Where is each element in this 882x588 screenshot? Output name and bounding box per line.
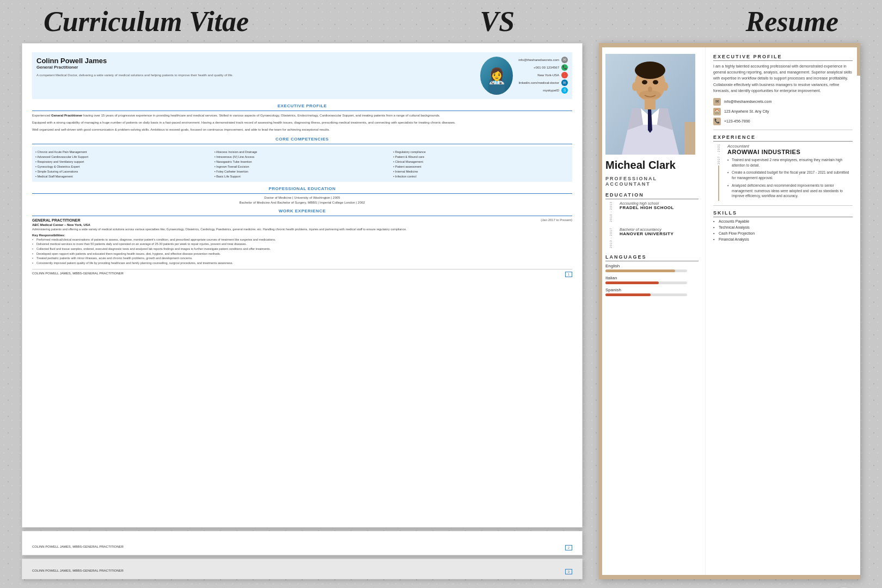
- resume-left-col: Micheal Clark PROFESSIONAL ACCOUNTANT ED…: [599, 47, 705, 579]
- cv-photo: [480, 57, 513, 95]
- resume-page: Micheal Clark PROFESSIONAL ACCOUNTANT ED…: [599, 43, 860, 579]
- cv-page-num-3: 3: [565, 569, 572, 574]
- exp-bullet-2: Create a consolidated budget for the fis…: [727, 170, 853, 181]
- cv-work-header: GENERAL PRACTITIONER (Jan 2017 to Presen…: [32, 218, 572, 222]
- competency-1: Chronic and Acute Pain Management: [35, 150, 211, 154]
- exp-role: Accountant: [727, 144, 853, 149]
- exp-bullet-1: Trained and supervised 2 new employees, …: [727, 157, 853, 168]
- exp-bullet-3: Analyzed deficiencies and recommended im…: [727, 183, 853, 199]
- resume-bottom-accent: [599, 575, 860, 579]
- vs-text: VS: [480, 5, 515, 38]
- cv-resp-6: Consistently improved patient quality of…: [32, 261, 572, 266]
- cv-resp-4: Developed open rapport with patients and…: [32, 252, 572, 256]
- exp-year: 2017 - 2021: [717, 144, 720, 164]
- linkedin-text: linkedin.com/medical-doctor: [519, 80, 559, 86]
- svg-point-9: [653, 80, 658, 84]
- cv-divider-2: [32, 144, 572, 144]
- cv-work-date: (Jan 2017 to Present): [541, 218, 572, 222]
- cv-resp-5: Treated pediatric patients with minor il…: [32, 256, 572, 261]
- resume-exec-profile-text: I am a highly talented accounting profes…: [713, 63, 853, 94]
- edu-school-1: FRADEL HIGH SCHOOL: [620, 205, 699, 210]
- svg-point-3: [635, 62, 665, 79]
- edu-timeline-2: 2013 - 2017 Bachelor of accountancy HANO…: [605, 228, 699, 249]
- resume-section: Micheal Clark PROFESSIONAL ACCOUNTANT ED…: [599, 43, 860, 579]
- competency-8: Nasogastric Tube Insertion: [215, 160, 390, 164]
- edu-degree-1: Accounting high school: [620, 201, 699, 205]
- competency-9: Clinical Management: [393, 160, 569, 164]
- resume-divider-2: [713, 205, 853, 206]
- svg-rect-5: [645, 99, 656, 109]
- edu-year-2: 2013 - 2017: [609, 228, 612, 248]
- resume-job-label: PROFESSIONAL: [605, 176, 699, 181]
- cv-name: Colinn Powell James: [36, 57, 475, 65]
- exp-year-col: 2017 - 2021: [713, 144, 724, 201]
- cv-page-num-1: 1: [565, 272, 572, 277]
- resume-education-header: EDUCATION: [605, 192, 699, 199]
- competency-15: Internal Medicine: [393, 169, 569, 174]
- resume-address-icon: 🏠: [713, 108, 721, 115]
- page-header: Curriculum Vitae VS Resume: [0, 0, 882, 43]
- cv-edu-2: Bachelor of Medicine And Bachelor of Sur…: [32, 201, 572, 204]
- resume-experience-title: EXPERIENCE: [713, 134, 853, 142]
- competency-18: Infection control: [393, 174, 569, 179]
- cv-contact: info@thesharedsecrets.com ✉ +001 00 1234…: [518, 57, 568, 95]
- cv-footer-name-3: COLINN POWELL JAMES, MBBS-GENERAL PRACTI…: [32, 569, 124, 574]
- cv-linkedin: linkedin.com/medical-doctor in: [518, 79, 568, 86]
- svg-point-10: [648, 87, 652, 92]
- cv-footer-2: COLINN POWELL JAMES, MBBS-GENERAL PRACTI…: [32, 545, 572, 550]
- cv-divider-1: [32, 111, 572, 111]
- phone-text: +001 00 1234567: [534, 65, 559, 71]
- resume-right-accent: [857, 43, 860, 76]
- cv-work-job-title: GENERAL PRACTITIONER: [32, 218, 81, 222]
- linkedin-icon: in: [561, 79, 568, 86]
- cv-divider-4: [32, 216, 572, 216]
- resume-exec-profile-title: EXECUTIVE PROFILE: [713, 54, 853, 61]
- competency-4: Advanced Cardiovascular Life Support: [35, 155, 211, 159]
- cv-header: Colinn Powell James General Practitioner…: [32, 52, 572, 99]
- resume-photo: [605, 54, 695, 155]
- cv-exec-profile-title: EXECUTIVE PROFILE: [32, 103, 572, 108]
- competency-5: Intravenous (IV) Line Access: [215, 155, 390, 159]
- competency-7: Respiratory and Ventilatory support: [35, 160, 211, 164]
- exp-company: AROWWAI INDUSTRIES: [727, 149, 853, 155]
- cv-footer-name-1: COLINN POWELL JAMES, MBBS-GENERAL PRACTI…: [32, 272, 124, 277]
- lang-spanish: Spanish: [605, 287, 699, 296]
- cv-divider-3: [32, 193, 572, 194]
- resume-skills-title: SKILLS: [713, 210, 853, 217]
- cv-exec-text-1: Experienced General Practitioner having …: [32, 113, 572, 118]
- location-text: New York-USA: [537, 72, 559, 78]
- cv-work-company: ABC Medical Center – New York, USA: [32, 223, 572, 226]
- edu-year-1: 2010 - 2013: [609, 201, 612, 222]
- cv-edu-1: Doctor of Medicine | University of Washi…: [32, 196, 572, 199]
- resume-name: Micheal Clark: [605, 159, 699, 171]
- resume-right-col: EXECUTIVE PROFILE I am a highly talented…: [705, 47, 860, 579]
- resume-photo-container: [605, 54, 695, 155]
- competency-11: Ingrown Toenail Excision: [215, 164, 390, 169]
- cv-work-title: WORK EXPERIENCE: [32, 209, 572, 213]
- cv-title: Curriculum Vitae: [44, 5, 249, 38]
- competency-3: Regulatory compliance: [393, 150, 569, 154]
- lang-italian: Italian: [605, 275, 699, 284]
- cv-page-1: Colinn Powell James General Practitioner…: [22, 43, 583, 528]
- lang-bar-bg-italian: [605, 281, 687, 284]
- resume-email-icon: ✉: [713, 98, 721, 106]
- cv-competencies-grid: Chronic and Acute Pain Management Absces…: [32, 146, 572, 182]
- skill-4: Financial Analysis: [713, 237, 853, 241]
- edu-info-2: Bachelor of accountancy HANOVER UNIVERSI…: [620, 228, 699, 249]
- competency-2: Abscess Incision and Drainage: [215, 150, 390, 154]
- resume-email-text: info@thesharedsecrets.com: [724, 100, 771, 103]
- svg-point-8: [642, 80, 647, 84]
- competency-17: Basic Life Support: [215, 174, 390, 179]
- lang-english: English: [605, 264, 699, 272]
- resume-inner: Micheal Clark PROFESSIONAL ACCOUNTANT ED…: [599, 47, 860, 579]
- resume-phone-icon: 📞: [713, 118, 721, 125]
- cv-page-3: COLINN POWELL JAMES, MBBS-GENERAL PRACTI…: [22, 559, 583, 579]
- lang-bar-bg-english: [605, 270, 687, 272]
- edu-degree-2: Bachelor of accountancy: [620, 228, 699, 231]
- resume-skills-list: Accounts Payable Technical Analysis Cash…: [713, 219, 853, 241]
- cv-description: A competent Medical Doctor, delivering a…: [36, 73, 475, 77]
- location-icon: 📍: [561, 72, 568, 78]
- resume-job-title: ACCOUNTANT: [605, 181, 699, 187]
- cv-work-desc: Administering patients and offering a wi…: [32, 228, 572, 232]
- cv-resp-1: Performed medical/clinical examinations …: [32, 238, 572, 242]
